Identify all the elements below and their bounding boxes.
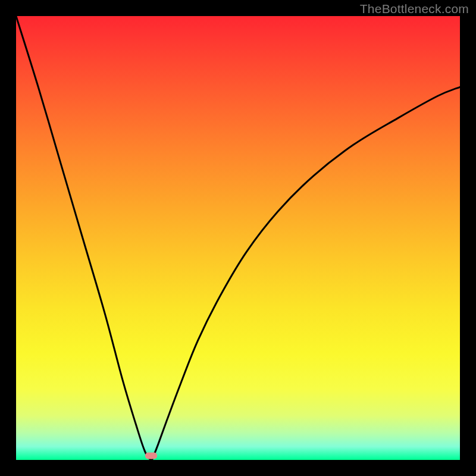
watermark-label: TheBottleneck.com — [360, 2, 469, 16]
chart-container: TheBottleneck.com — [0, 0, 476, 476]
bottleneck-curve-path — [16, 16, 460, 460]
optimal-marker — [145, 453, 157, 459]
curve-svg — [16, 16, 460, 460]
plot-area — [16, 16, 460, 460]
